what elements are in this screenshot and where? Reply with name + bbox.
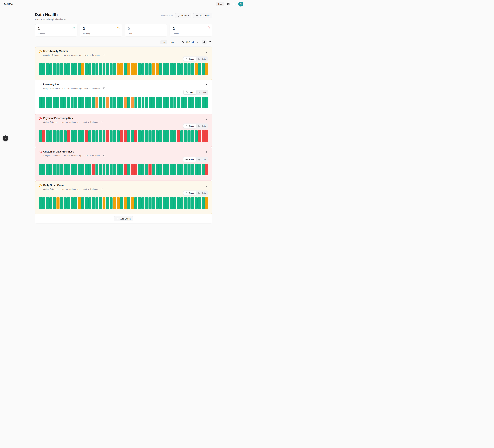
status-bar xyxy=(127,164,130,175)
dark-mode-moon-icon[interactable] xyxy=(233,2,236,5)
mail-icon[interactable] xyxy=(103,87,105,90)
status-bar xyxy=(145,63,148,75)
status-bar xyxy=(187,197,191,209)
activity-icon xyxy=(185,58,188,60)
status-bar xyxy=(170,164,173,175)
status-bar xyxy=(198,63,201,75)
check-last-ran: Last ran: a minute ago xyxy=(61,188,80,190)
status-bar xyxy=(106,130,109,142)
check-menu-button[interactable] xyxy=(205,83,209,87)
chevron-down-icon[interactable] xyxy=(177,41,179,43)
status-bar xyxy=(141,164,144,175)
view-toggle xyxy=(202,40,212,45)
range-12h-button[interactable]: 12h xyxy=(160,40,167,44)
status-tab[interactable]: Status xyxy=(184,90,197,95)
status-bars xyxy=(39,197,208,209)
status-bar xyxy=(99,97,102,108)
status-bar xyxy=(173,130,176,142)
status-bar xyxy=(202,63,205,75)
mail-icon[interactable] xyxy=(101,188,103,190)
status-bar xyxy=(124,164,127,175)
mail-icon[interactable] xyxy=(103,54,105,56)
status-bar xyxy=(149,97,152,108)
status-tab[interactable]: Status xyxy=(184,57,196,61)
status-bar xyxy=(202,97,205,108)
settings-gear-icon[interactable] xyxy=(227,2,230,5)
data-tab-label: Data xyxy=(202,125,206,127)
status-bar xyxy=(166,97,169,108)
add-check-button[interactable]: Add Check xyxy=(193,13,212,18)
add-check-footer-button[interactable]: Add Check xyxy=(114,216,133,221)
status-bar xyxy=(71,130,74,142)
status-bar xyxy=(173,164,176,175)
status-tab[interactable]: Status xyxy=(184,191,196,195)
status-bar xyxy=(60,130,63,142)
mail-icon[interactable] xyxy=(103,154,105,157)
status-bar xyxy=(88,164,91,175)
status-bar xyxy=(131,97,134,108)
status-bar xyxy=(106,164,109,175)
status-bar xyxy=(142,97,145,108)
check-menu-button[interactable] xyxy=(205,150,208,154)
data-tab[interactable]: Data xyxy=(196,157,208,162)
check-menu-button[interactable] xyxy=(205,184,208,188)
check-title: User Activity Monitor xyxy=(43,50,205,53)
data-tab[interactable]: Data xyxy=(196,124,208,128)
status-bar xyxy=(74,197,77,209)
plan-badge[interactable]: Free xyxy=(216,2,224,6)
status-bar xyxy=(138,97,141,108)
status-bar xyxy=(85,130,88,142)
status-bars xyxy=(39,130,208,142)
status-bar xyxy=(205,63,208,75)
check-card-customer-data-freshness: Customer Data Freshness Analytics Databa… xyxy=(35,147,212,181)
status-bar xyxy=(74,130,77,142)
status-bar xyxy=(60,197,63,209)
list-view-button[interactable] xyxy=(208,40,212,45)
status-bar xyxy=(92,130,95,142)
panel-footer: Add Check xyxy=(35,214,212,223)
filter-row: 12h 24h All Checks xyxy=(35,40,212,45)
check-next-run: Next: in 4 minutes xyxy=(85,155,100,157)
status-tab[interactable]: Status xyxy=(184,124,196,128)
data-tab[interactable]: Data xyxy=(196,57,208,61)
status-bar xyxy=(187,130,191,142)
status-bar xyxy=(96,197,99,209)
status-tab[interactable]: Status xyxy=(184,157,196,162)
check-menu-button[interactable] xyxy=(205,117,208,121)
status-bar xyxy=(188,97,191,108)
check-source: Analytics Database xyxy=(43,87,60,90)
user-avatar[interactable]: N xyxy=(238,1,243,7)
range-24h-button[interactable]: 24h xyxy=(169,40,176,44)
status-bar xyxy=(124,97,127,108)
status-bar xyxy=(63,97,66,108)
data-tab[interactable]: Data xyxy=(197,90,208,95)
status-bar xyxy=(39,97,42,108)
status-bar xyxy=(106,63,109,75)
status-bar xyxy=(92,97,95,108)
status-bar xyxy=(74,63,77,75)
success-label: Success xyxy=(38,33,74,35)
critical-label: Critical xyxy=(173,33,209,35)
status-bar xyxy=(113,130,116,142)
mail-icon[interactable] xyxy=(101,121,103,123)
bar-chart-icon xyxy=(198,158,200,161)
status-bar xyxy=(49,97,52,108)
refresh-button[interactable]: Refresh xyxy=(175,13,191,18)
stat-card-error: 0 Error xyxy=(125,24,167,36)
data-tab[interactable]: Data xyxy=(196,191,208,195)
status-bar xyxy=(205,130,208,142)
status-bar xyxy=(163,97,166,108)
status-bar xyxy=(131,63,134,75)
check-menu-button[interactable] xyxy=(205,50,208,54)
grid-view-button[interactable] xyxy=(202,40,207,45)
status-bar xyxy=(88,63,91,75)
check-next-run: Next: in 4 minutes xyxy=(84,87,100,90)
status-bar xyxy=(191,164,194,175)
status-bar xyxy=(127,63,130,75)
status-bar xyxy=(131,164,134,175)
check-card-inventory-alert: Inventory Alert Analytics Database Last … xyxy=(35,80,212,114)
status-bar xyxy=(85,197,88,209)
status-bar xyxy=(124,63,127,75)
checks-filter-dropdown[interactable]: All Checks xyxy=(182,41,199,43)
floating-n-badge[interactable]: N xyxy=(3,135,8,141)
